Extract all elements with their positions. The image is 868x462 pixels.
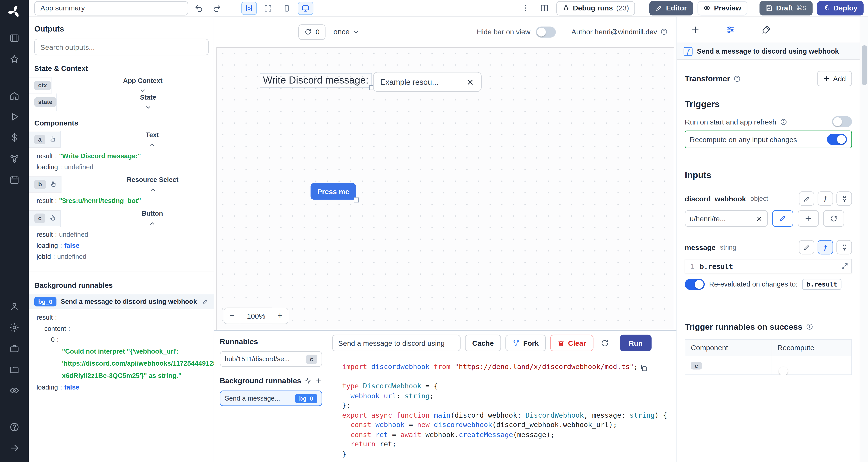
state-row[interactable]: state State — [29, 94, 214, 110]
refresh-count-button[interactable]: 0 — [299, 24, 326, 39]
insert-component-tab[interactable] — [690, 25, 701, 35]
home-icon[interactable] — [0, 85, 29, 106]
hand-pointer-icon — [50, 214, 57, 222]
app-summary-input[interactable] — [34, 1, 188, 15]
code-editor[interactable]: import discordwebhook from "https://deno… — [328, 355, 677, 462]
fullscreen-button[interactable] — [260, 1, 276, 15]
settings-sliders-tab[interactable] — [726, 25, 736, 35]
press-me-button[interactable]: Press me — [311, 183, 356, 200]
text-component[interactable]: Write Discord message: — [259, 73, 372, 88]
field-name: discord_webhook — [685, 194, 746, 203]
resize-handle[interactable] — [354, 198, 359, 203]
code-editor-lines[interactable]: import discordwebhook from "https://deno… — [342, 362, 677, 459]
error-line: 'https://discord.com/api/webhooks/117254… — [62, 357, 203, 370]
zoom-out-button[interactable]: − — [224, 307, 240, 324]
connect-plug-button[interactable] — [836, 191, 852, 206]
more-menu-button[interactable] — [519, 1, 533, 15]
frequency-value: once — [333, 28, 350, 36]
favorites-star-icon[interactable] — [0, 48, 29, 70]
clear-button[interactable]: Clear — [550, 335, 593, 351]
author-label: Author henri@windmill.dev — [571, 28, 668, 36]
hand-pointer-icon — [50, 136, 57, 143]
script-title-input[interactable]: Send a message to discord using — [332, 335, 461, 351]
mobile-view-button[interactable] — [279, 1, 294, 15]
preview-tab-button[interactable]: Preview — [698, 1, 747, 15]
workers-briefcase-icon[interactable] — [0, 338, 29, 359]
fork-button[interactable]: Fork — [505, 335, 546, 351]
resource-select-component[interactable]: Example resou... — [373, 72, 482, 92]
edit-pencil-button[interactable] — [799, 191, 814, 206]
resource-value-box[interactable]: u/henri/te... — [685, 210, 768, 227]
docs-book-button[interactable] — [537, 1, 552, 15]
folders-icon[interactable] — [0, 359, 29, 380]
add-transformer-button[interactable]: Add — [817, 71, 852, 86]
scrollbar-thumb[interactable] — [862, 45, 867, 85]
run-on-start-toggle[interactable] — [832, 116, 852, 127]
component-c-header[interactable]: c Button — [29, 210, 214, 226]
undo-button[interactable] — [191, 1, 206, 15]
refresh-code-button[interactable] — [598, 336, 612, 350]
refresh-resource-button[interactable] — [823, 210, 844, 227]
edit-resource-button[interactable] — [772, 210, 793, 227]
component-c-type: Button — [142, 209, 163, 218]
prop-key: result — [37, 231, 53, 238]
edit-pencil-button[interactable] — [799, 240, 814, 255]
apps-board-icon[interactable] — [0, 28, 29, 49]
debug-runs-button[interactable]: Debug runs (23) — [556, 1, 635, 15]
zoom-in-button[interactable]: + — [272, 307, 288, 324]
style-brush-tab[interactable] — [761, 25, 771, 35]
runs-play-icon[interactable] — [0, 106, 29, 127]
windmill-logo-icon[interactable] — [7, 4, 22, 19]
desktop-view-button[interactable] — [298, 1, 313, 15]
search-outputs-input[interactable] — [34, 39, 209, 56]
collapse-arrow-icon[interactable] — [0, 437, 29, 459]
copy-icon[interactable] — [640, 364, 648, 372]
schedules-calendar-icon[interactable] — [0, 169, 29, 190]
function-icon: f — [684, 47, 692, 56]
vertical-scrollbar[interactable] — [860, 16, 868, 462]
user-icon[interactable] — [0, 296, 29, 317]
preview-label: Preview — [714, 4, 741, 12]
draft-button[interactable]: Draft ⌘S — [760, 1, 812, 15]
runnable-item[interactable]: hub/1511/discord/se... c — [220, 351, 322, 367]
create-resource-button[interactable] — [798, 210, 819, 227]
run-button[interactable]: Run — [620, 335, 652, 351]
background-runnable-item[interactable]: Send a message... bg_0 — [220, 391, 322, 406]
hide-bar-toggle[interactable] — [536, 26, 556, 37]
canvas-toolbar: 0 once Hide bar on view Author henri@win… — [214, 16, 677, 47]
add-background-runnable-button[interactable] — [315, 377, 322, 385]
component-c-badge: c — [34, 213, 45, 223]
reeval-toggle[interactable] — [685, 279, 705, 290]
component-c-props: result:undefined loading:false jobId:und… — [29, 226, 214, 266]
bg-runnable-header[interactable]: bg_0 Send a message to discord using web… — [29, 294, 214, 309]
component-a-header[interactable]: a Text — [29, 132, 214, 148]
clear-x-icon[interactable] — [466, 78, 474, 86]
outputs-title: Outputs — [29, 16, 214, 39]
cache-button[interactable]: Cache — [465, 335, 501, 351]
audit-eye-icon[interactable] — [0, 380, 29, 401]
edit-pencil-icon[interactable] — [202, 298, 208, 304]
recompute-toggle[interactable] — [827, 134, 847, 145]
ctx-row[interactable]: ctx App Context — [29, 77, 214, 94]
expression-f-button[interactable]: f — [817, 240, 833, 255]
expand-icon[interactable] — [841, 263, 848, 269]
deploy-button[interactable]: Deploy — [817, 1, 864, 15]
expression-f-button[interactable]: f — [817, 191, 833, 206]
settings-gear-icon[interactable] — [0, 317, 29, 338]
info-icon — [780, 118, 787, 125]
editor-tab-button[interactable]: Editor — [649, 1, 693, 15]
prop-value: undefined — [57, 253, 86, 261]
frequency-dropdown[interactable]: once — [333, 28, 359, 36]
colon: : — [53, 152, 59, 160]
app-canvas[interactable]: Write Discord message: Example resou... … — [216, 47, 674, 330]
connect-plug-button[interactable] — [836, 240, 852, 255]
resources-hub-icon[interactable] — [0, 148, 29, 169]
help-icon[interactable] — [0, 417, 29, 438]
guides-toggle-button[interactable] — [241, 1, 257, 15]
redo-button[interactable] — [209, 1, 224, 15]
clear-label: Clear — [568, 339, 586, 347]
component-b-header[interactable]: b Resource Select — [29, 176, 214, 193]
variables-dollar-icon[interactable] — [0, 127, 29, 148]
message-expression-editor[interactable]: 1 b.result — [685, 259, 852, 273]
clear-x-icon[interactable] — [756, 215, 763, 222]
